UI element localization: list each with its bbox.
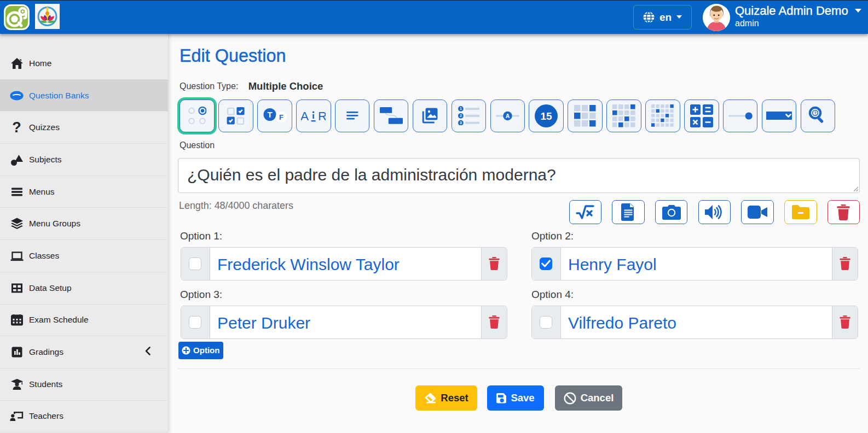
svg-text:T: T — [267, 110, 272, 119]
svg-text:A: A — [505, 113, 510, 119]
svg-text:R: R — [318, 109, 326, 122]
svg-text:3: 3 — [460, 121, 462, 125]
svg-text:1: 1 — [460, 107, 462, 111]
svg-text:F: F — [279, 113, 283, 121]
svg-text:?: ? — [814, 110, 817, 115]
svg-text:A: A — [301, 109, 309, 122]
svg-text:15: 15 — [541, 110, 553, 122]
svg-text:2: 2 — [460, 114, 462, 118]
